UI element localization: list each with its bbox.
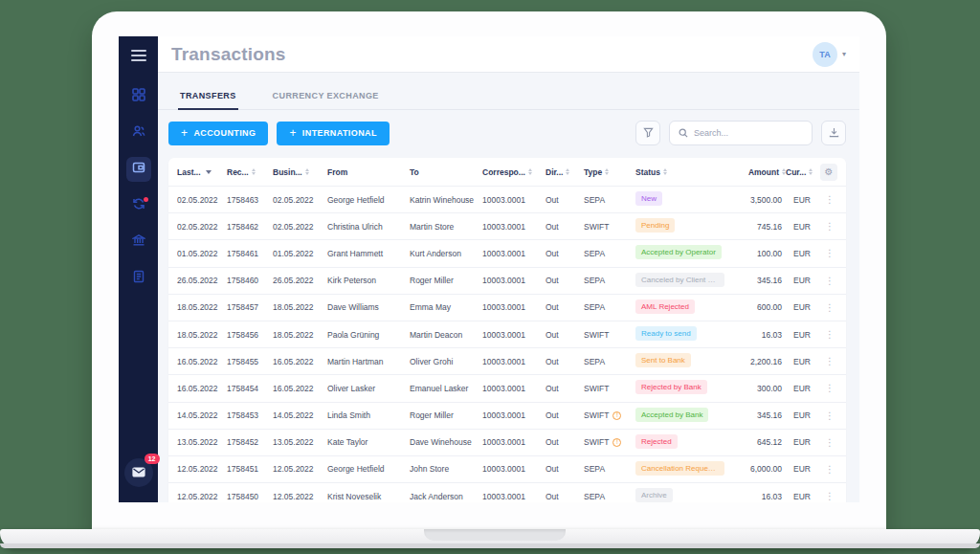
table-row[interactable]: 02.05.2022 1758463 02.05.2022 George Het… [168,186,846,212]
cell-status: Cancellation Requested [635,461,728,477]
column-header-last[interactable]: Last... [177,167,227,177]
cell-last-update: 13.05.2022 [177,437,227,447]
cell-type: SEPA ! [584,302,635,312]
cell-business-date: 01.05.2022 [273,249,327,258]
messages-button[interactable]: 12 [124,458,153,487]
cell-type: SWIFT ! [584,410,635,420]
cell-correspondent: 10003.0001 [482,410,546,420]
avatar[interactable]: TA [813,42,837,67]
row-menu-button[interactable]: ⋮ [822,221,837,232]
cell-rec-number: 1758451 [227,464,273,474]
cell-currency: EUR [786,492,820,501]
column-header-type[interactable]: Type [584,167,635,177]
column-header-to[interactable]: To [410,167,482,177]
sidebar-item-bank[interactable] [126,230,151,255]
sidebar-item-dashboard[interactable] [126,84,151,109]
warning-icon: ! [612,411,621,420]
sidebar-item-transactions[interactable] [126,157,151,182]
cell-business-date: 13.05.2022 [273,437,327,447]
export-button[interactable] [821,121,846,145]
cell-currency: EUR [786,384,820,393]
add-accounting-button[interactable]: + ACCOUNTING [168,122,268,145]
column-header-cur[interactable]: Cur... [786,167,820,177]
plus-icon: + [289,127,296,139]
row-menu-button[interactable]: ⋮ [822,276,837,286]
cell-type: SEPA ! [584,464,635,474]
cell-amount: 345.16 [728,410,786,420]
account-menu[interactable]: TA ▾ [813,42,846,67]
table-row[interactable]: 18.05.2022 1758456 18.05.2022 Paola Grün… [168,321,846,347]
sidebar-item-exchange[interactable] [126,193,151,218]
menu-toggle-icon[interactable] [131,50,146,61]
cell-from: Christina Ulrich [327,222,410,232]
table-row[interactable]: 16.05.2022 1758455 16.05.2022 Martin Har… [168,347,846,374]
table-row[interactable]: 18.05.2022 1758457 18.05.2022 Dave Willi… [168,294,846,321]
column-header-from[interactable]: From [327,167,410,177]
cell-status: Pending [635,218,728,234]
cell-status: Accepted by Operator [635,245,728,261]
row-menu-button[interactable]: ⋮ [822,491,837,501]
sidebar-item-users[interactable] [126,121,151,145]
table-row[interactable]: 02.05.2022 1758462 02.05.2022 Christina … [168,212,846,239]
row-menu-button[interactable]: ⋮ [822,410,837,421]
table-row[interactable]: 14.05.2022 1758453 14.05.2022 Linda Smit… [168,402,846,429]
column-header-dir[interactable]: Dir... [546,167,584,177]
cell-direction: Out [546,357,584,366]
laptop-screen: 12 Transactions TA ▾ TRANSFERS CURRENCY … [92,11,886,529]
actions-row: + ACCOUNTING + INTERNATIONAL [158,121,859,145]
cell-amount: 345.16 [728,276,786,285]
row-menu-button[interactable]: ⋮ [822,437,837,448]
table-row[interactable]: 01.05.2022 1758461 01.05.2022 Grant Hamm… [168,239,846,266]
table-row[interactable]: 26.05.2022 1758460 26.05.2022 Kirk Peter… [168,267,846,294]
table-row[interactable]: 16.05.2022 1758454 16.05.2022 Oliver Las… [168,374,846,401]
table-row[interactable]: 12.05.2022 1758450 12.05.2022 Krist Nove… [168,482,846,502]
cell-amount: 6,000.00 [728,464,786,474]
row-menu-button[interactable]: ⋮ [822,248,837,258]
column-header-correspo[interactable]: Correspo... [482,167,546,177]
column-header-rec[interactable]: Rec... [227,167,273,177]
cell-business-date: 12.05.2022 [273,492,327,501]
row-menu-button[interactable]: ⋮ [822,464,837,475]
filter-button[interactable] [635,121,660,145]
cell-from: Linda Smith [327,410,410,420]
row-menu-button[interactable]: ⋮ [822,302,837,313]
row-menu-button[interactable]: ⋮ [822,383,837,393]
tab-currency-exchange[interactable]: CURRENCY EXCHANGE [271,85,381,110]
sidebar-item-statements[interactable] [126,266,151,291]
row-menu-button[interactable]: ⋮ [822,194,837,205]
cell-direction: Out [546,195,584,205]
chevron-down-icon: ▾ [842,50,846,58]
column-header-busin[interactable]: Busin... [273,167,327,177]
cell-direction: Out [546,410,584,420]
cell-amount: 300.00 [728,384,786,393]
cell-rec-number: 1758455 [227,357,273,366]
status-badge: New [635,191,662,206]
cell-correspondent: 10003.0001 [482,276,546,285]
row-menu-button[interactable]: ⋮ [822,329,837,340]
cell-last-update: 02.05.2022 [177,195,227,205]
cell-amount: 16.03 [728,492,786,501]
table-row[interactable]: 12.05.2022 1758451 12.05.2022 George Het… [168,455,846,482]
cell-business-date: 14.05.2022 [273,410,327,420]
row-menu-button[interactable]: ⋮ [822,356,837,366]
cell-to: Kurt Anderson [410,249,482,258]
cell-last-update: 26.05.2022 [177,276,227,285]
sort-icon [566,168,569,175]
cell-currency: EUR [786,249,820,258]
cell-status: Sent to Bank [635,353,728,369]
cell-last-update: 16.05.2022 [177,357,227,366]
column-settings-button[interactable]: ⚙ [820,164,837,181]
search-input[interactable] [694,128,803,138]
cell-currency: EUR [786,464,820,474]
cell-correspondent: 10003.0001 [482,437,546,447]
table-body: 02.05.2022 1758463 02.05.2022 George Het… [168,186,846,502]
table-row[interactable]: 13.05.2022 1758452 13.05.2022 Kate Taylo… [168,429,846,455]
tab-transfers[interactable]: TRANSFERS [178,85,238,110]
column-header-amount[interactable]: Amount [728,167,786,177]
add-international-button[interactable]: + INTERNATIONAL [277,122,389,145]
column-header-status[interactable]: Status [635,167,728,177]
cell-business-date: 18.05.2022 [273,330,327,340]
cell-type: SWIFT ! [584,384,635,393]
cell-direction: Out [546,437,584,447]
cell-from: Paola Grüning [327,330,410,340]
